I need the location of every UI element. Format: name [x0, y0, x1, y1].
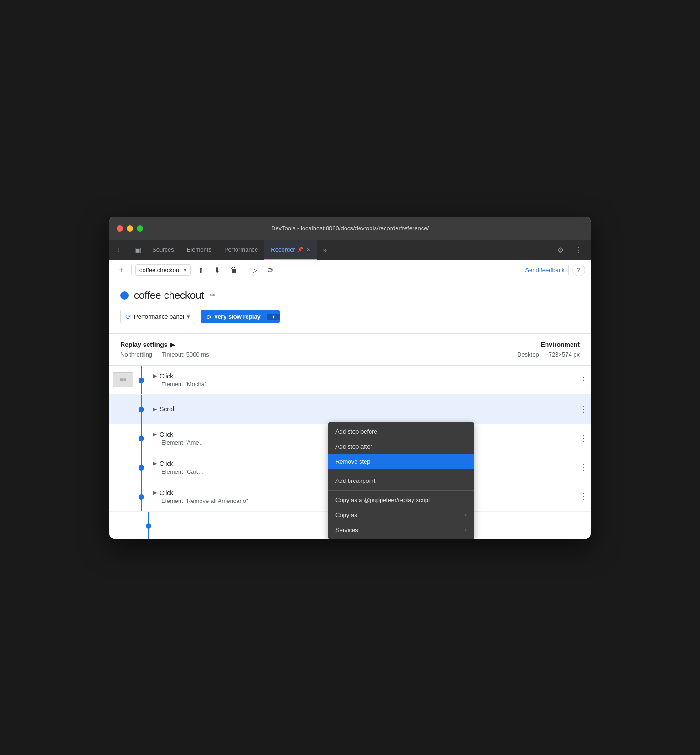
timeline-dot-5 [139, 494, 144, 500]
step-menu-button-3[interactable]: ⋮ [576, 424, 591, 453]
perf-panel-chevron-icon: ▾ [187, 313, 190, 320]
title-bar: DevTools - localhost:8080/docs/devtools/… [109, 217, 591, 240]
more-tabs-icon[interactable]: » [317, 240, 333, 260]
replay-label: Very slow replay [214, 313, 261, 320]
tab-sources[interactable]: Sources [146, 240, 180, 260]
toolbar-divider-2 [244, 265, 244, 275]
timeline-4 [137, 453, 146, 482]
settings-left: Replay settings ▶ No throttling Timeout:… [120, 341, 452, 358]
settings-section: Replay settings ▶ No throttling Timeout:… [109, 334, 591, 366]
tab-elements[interactable]: Elements [180, 240, 218, 260]
timeline-5 [137, 482, 146, 511]
export-button[interactable]: ⬆ [195, 264, 207, 276]
recording-title: coffee checkout [134, 290, 204, 301]
step-menu-button-2[interactable]: ⋮ [576, 395, 591, 424]
tab-performance[interactable]: Performance [218, 240, 264, 260]
context-menu: Add step before Add step after Remove st… [328, 422, 474, 539]
settings-values: No throttling Timeout: 5000 ms [120, 351, 452, 358]
device-icon[interactable]: ▣ [129, 240, 146, 260]
main-content: coffee checkout ✏ ⟳ Performance panel ▾ … [109, 280, 591, 366]
help-button[interactable]: ? [572, 264, 585, 276]
cm-services-chevron-icon: › [465, 527, 467, 533]
step-row-2: ▶ Scroll ⋮ Add step before Add step afte… [109, 395, 591, 424]
settings-icon[interactable]: ⚙ [552, 246, 569, 254]
timeout-value: Timeout: 5000 ms [162, 351, 209, 358]
recording-dot [120, 291, 129, 300]
timeline-dot-2 [139, 407, 144, 412]
step-preview-4 [109, 453, 137, 482]
window-title: DevTools - localhost:8080/docs/devtools/… [117, 225, 583, 232]
cm-copy-puppeteer[interactable]: Copy as a @puppeteer/replay script [328, 492, 474, 507]
timeline-2 [137, 395, 146, 424]
traffic-lights [117, 225, 143, 232]
devtools-tab-bar: ⬚ ▣ Sources Elements Performance Recorde… [109, 240, 591, 260]
recording-selector[interactable]: coffee checkout ▾ [135, 264, 191, 276]
action-bar: ⟳ Performance panel ▾ ▷ Very slow replay… [120, 310, 580, 324]
timeline-more [144, 512, 153, 539]
cm-copy-as-chevron-icon: › [465, 512, 467, 518]
chevron-down-icon: ▾ [184, 267, 187, 274]
step-chevron-5[interactable]: ▶ [153, 490, 157, 496]
cm-add-breakpoint[interactable]: Add breakpoint [328, 473, 474, 488]
timeline-dot-3 [139, 436, 144, 441]
settings-val-separator [157, 351, 157, 357]
recording-header: coffee checkout ✏ [120, 290, 580, 301]
timeline-3 [137, 424, 146, 453]
step-menu-button-1[interactable]: ⋮ [576, 366, 591, 394]
step-type-2: ▶ Scroll [153, 405, 572, 413]
step-preview-1: ▦▦ [109, 366, 137, 394]
devtools-right-icons: ⚙ ⋮ [552, 240, 587, 260]
step-chevron-1[interactable]: ▶ [153, 373, 157, 379]
step-detail-1: Element "Mocha" [153, 381, 572, 388]
import-button[interactable]: ⬇ [211, 264, 224, 276]
replay-dropdown-button[interactable]: ▾ [267, 314, 280, 320]
performance-panel-button[interactable]: ⟳ Performance panel ▾ [120, 310, 195, 324]
delete-button[interactable]: 🗑 [227, 264, 240, 276]
preview-thumbnail-1: ▦▦ [113, 372, 133, 387]
close-tab-icon[interactable]: ✕ [306, 247, 310, 253]
add-recording-button[interactable]: ＋ [115, 264, 128, 276]
step-chevron-3[interactable]: ▶ [153, 431, 157, 437]
perf-panel-label: Performance panel [134, 313, 184, 320]
step-content-2: ▶ Scroll [146, 395, 576, 424]
close-button[interactable] [117, 225, 123, 232]
edit-title-icon[interactable]: ✏ [210, 291, 216, 300]
timeline-1 [137, 366, 146, 394]
replay-settings-title[interactable]: Replay settings ▶ [120, 341, 452, 348]
env-values: Desktop 723×574 px [452, 351, 580, 358]
step-type-1: ▶ Click [153, 372, 572, 380]
replay-button[interactable]: ▷ Very slow replay ▾ [201, 310, 280, 323]
maximize-button[interactable] [137, 225, 143, 232]
step-preview-5 [109, 482, 137, 511]
step-menu-button-4[interactable]: ⋮ [576, 453, 591, 482]
toolbar-divider-1 [131, 265, 132, 275]
recording-name: coffee checkout [139, 267, 181, 274]
cm-add-step-after[interactable]: Add step after [328, 439, 474, 454]
devtools-window: DevTools - localhost:8080/docs/devtools/… [109, 217, 591, 539]
more-options-icon[interactable]: ⋮ [571, 246, 587, 254]
timeline-dot-1 [139, 378, 144, 383]
steps-area: ▦▦ ▶ Click Element "Mocha" ⋮ [109, 366, 591, 539]
record-button[interactable]: ⟳ [264, 264, 277, 276]
step-menu-button-5[interactable]: ⋮ [576, 482, 591, 511]
cm-copy-as[interactable]: Copy as › [328, 507, 474, 522]
replay-dropdown-chevron-icon: ▾ [272, 314, 275, 320]
cm-services[interactable]: Services › [328, 522, 474, 538]
play-icon: ▷ [207, 313, 211, 320]
settings-expand-icon: ▶ [170, 341, 175, 348]
step-chevron-2[interactable]: ▶ [153, 406, 157, 412]
cm-remove-step[interactable]: Remove step [328, 454, 474, 469]
play-button[interactable]: ▷ [248, 264, 261, 276]
tab-recorder[interactable]: Recorder 📌 ✕ [264, 240, 316, 260]
cm-add-step-before[interactable]: Add step before [328, 424, 474, 439]
step-preview-2 [109, 395, 137, 424]
replay-main-section[interactable]: ▷ Very slow replay [201, 310, 267, 323]
toolbar-divider-3 [568, 265, 569, 275]
step-preview-3 [109, 424, 137, 453]
step-chevron-4[interactable]: ▶ [153, 460, 157, 466]
send-feedback-link[interactable]: Send feedback [525, 267, 565, 274]
cursor-icon[interactable]: ⬚ [113, 240, 129, 260]
recorder-toolbar: ＋ coffee checkout ▾ ⬆ ⬇ 🗑 ▷ ⟳ Send feedb… [109, 260, 591, 280]
cm-separator-1 [328, 471, 474, 471]
minimize-button[interactable] [127, 225, 133, 232]
